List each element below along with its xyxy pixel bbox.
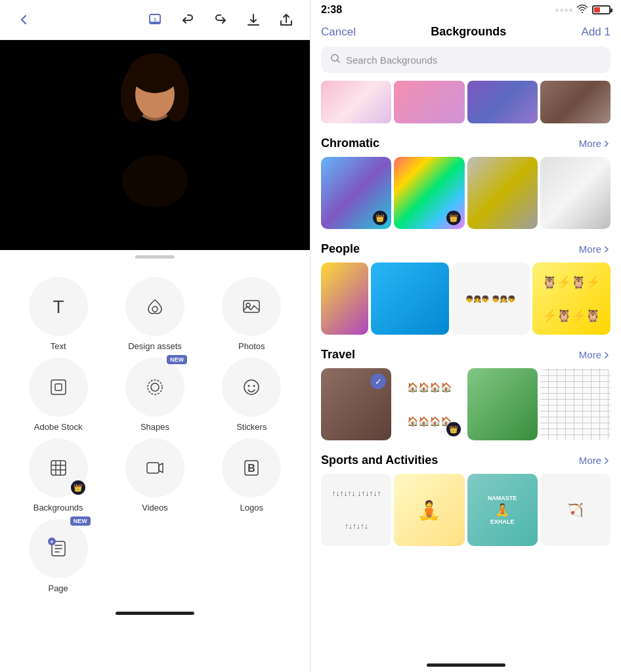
people-thumb-1[interactable] — [321, 262, 368, 335]
chromatic-thumb-2[interactable]: 👑 — [394, 157, 464, 229]
svg-point-11 — [152, 306, 158, 312]
tool-adobe-stock[interactable]: Adobe Stock — [13, 358, 103, 432]
svg-rect-21 — [51, 461, 66, 475]
travel-more-button[interactable]: More — [579, 349, 610, 360]
backgrounds-tool-label: Backgrounds — [33, 503, 83, 513]
sports-thumb-4[interactable]: 🏹 — [540, 474, 610, 546]
search-icon — [330, 53, 341, 66]
canvas-area — [0, 40, 310, 250]
chromatic-thumb-1[interactable]: 👑 — [321, 157, 391, 229]
shapes-new-badge: NEW — [167, 355, 187, 364]
crown-badge-2: 👑 — [446, 211, 461, 225]
download-button[interactable] — [243, 9, 264, 30]
sports-thumb-1[interactable]: ↑↓↑↓↑↓ ↓↑↓↑↓↑ ↑↓↑↓↑↓ — [321, 474, 391, 546]
logos-icon-circle: B — [222, 438, 281, 497]
videos-icon-circle — [125, 438, 184, 497]
svg-point-9 — [122, 155, 188, 207]
page-title: Backgrounds — [431, 25, 506, 39]
scroll-handle — [135, 255, 175, 259]
featured-thumb-3[interactable] — [467, 81, 538, 123]
sports-more-button[interactable]: More — [579, 455, 610, 466]
cancel-button[interactable]: Cancel — [321, 26, 356, 39]
featured-thumb-4[interactable] — [540, 81, 610, 123]
logos-tool-label: Logos — [240, 503, 263, 513]
svg-text:T: T — [53, 297, 64, 317]
layers-button[interactable]: 1 — [144, 9, 165, 30]
sports-thumb-2[interactable]: 🧘 — [394, 474, 464, 546]
left-bottom-indicator — [116, 612, 194, 615]
svg-text:+: + — [50, 539, 53, 545]
chromatic-thumb-3[interactable] — [467, 157, 538, 229]
chromatic-more-button[interactable]: More — [579, 138, 610, 149]
photos-tool-label: Photos — [238, 341, 265, 351]
svg-rect-12 — [244, 301, 259, 312]
status-time: 2:38 — [321, 4, 342, 16]
chromatic-grid: 👑 👑 — [310, 157, 621, 240]
shapes-icon-circle: NEW — [125, 358, 184, 417]
travel-section-header: Travel More — [310, 345, 621, 368]
status-icons — [555, 5, 610, 16]
svg-point-20 — [253, 385, 255, 387]
tool-page[interactable]: NEW + Page — [13, 519, 103, 593]
people-grid: 👦👧👦 👦👧👦 🦉⚡🦉⚡ ⚡🦉⚡🦉 — [310, 262, 621, 345]
scroll-content[interactable]: Chromatic More 👑 👑 People More — [310, 81, 621, 658]
svg-point-19 — [248, 385, 250, 387]
text-icon-circle: T — [29, 277, 88, 336]
svg-rect-26 — [147, 463, 159, 473]
svg-rect-14 — [51, 380, 66, 394]
people-thumb-4[interactable]: 🦉⚡🦉⚡ ⚡🦉⚡🦉 — [532, 262, 610, 335]
tool-videos[interactable]: Videos — [110, 438, 200, 513]
chromatic-section-header: Chromatic More — [310, 134, 621, 157]
people-thumb-3[interactable]: 👦👧👦 👦👧👦 — [452, 262, 530, 335]
stickers-tool-label: Stickers — [236, 422, 267, 432]
svg-text:1: 1 — [154, 16, 157, 22]
featured-thumb-2[interactable] — [394, 81, 464, 123]
people-more-button[interactable]: More — [579, 243, 610, 255]
travel-thumb-4[interactable] — [540, 368, 610, 440]
backgrounds-crown-badge: 👑 — [71, 480, 85, 495]
right-panel: 2:38 Cancel Backgrounds — [310, 0, 621, 672]
svg-point-8 — [131, 56, 179, 93]
battery-icon — [592, 5, 610, 14]
search-bar[interactable]: Search Backgrounds — [321, 47, 610, 73]
tool-stickers[interactable]: Stickers — [207, 358, 297, 432]
wifi-icon — [576, 5, 588, 16]
travel-title: Travel — [321, 348, 355, 362]
videos-tool-label: Videos — [142, 503, 168, 513]
svg-text:B: B — [248, 463, 256, 474]
undo-button[interactable] — [177, 9, 198, 30]
svg-point-17 — [151, 383, 159, 391]
people-thumb-2[interactable] — [371, 262, 449, 335]
tool-grid: T Text Design assets — [0, 264, 310, 606]
tool-design-assets[interactable]: Design assets — [110, 277, 200, 351]
tool-logos[interactable]: B Logos — [207, 438, 297, 513]
toolbar-icons: 1 — [144, 9, 297, 30]
search-placeholder: Search Backgrounds — [346, 54, 437, 66]
sports-section-header: Sports and Activities More — [310, 451, 621, 474]
travel-thumb-1[interactable]: ✓ — [321, 368, 391, 440]
signal-icon — [555, 9, 572, 12]
backgrounds-icon-circle: 👑 — [29, 438, 88, 497]
tool-shapes[interactable]: NEW Shapes — [110, 358, 200, 432]
featured-thumb-1[interactable] — [321, 81, 391, 123]
chromatic-thumb-4[interactable] — [540, 157, 610, 229]
crown-badge-1: 👑 — [373, 211, 387, 225]
adobe-stock-tool-label: Adobe Stock — [34, 422, 83, 432]
sports-grid: ↑↓↑↓↑↓ ↓↑↓↑↓↑ ↑↓↑↓↑↓ 🧘 NAMASTE 🧘 EXHALE … — [310, 474, 621, 556]
back-button[interactable] — [13, 9, 34, 30]
design-assets-tool-label: Design assets — [128, 341, 182, 351]
chromatic-title: Chromatic — [321, 136, 379, 150]
redo-button[interactable] — [210, 9, 231, 30]
tool-photos[interactable]: Photos — [207, 277, 297, 351]
share-button[interactable] — [276, 9, 297, 30]
travel-thumb-2[interactable]: 🏠🏠🏠🏠 🏠🏠🏠🏠 👑 — [394, 368, 464, 440]
sports-thumb-3[interactable]: NAMASTE 🧘 EXHALE — [467, 474, 538, 546]
photos-icon-circle — [222, 277, 281, 336]
tool-backgrounds[interactable]: 👑 Backgrounds — [13, 438, 103, 513]
travel-thumb-3[interactable] — [467, 368, 538, 440]
person-silhouette — [89, 50, 221, 240]
add-button[interactable]: Add 1 — [582, 26, 610, 39]
tool-text[interactable]: T Text — [13, 277, 103, 351]
nav-bar: Cancel Backgrounds Add 1 — [310, 20, 621, 47]
page-new-badge: NEW — [70, 516, 91, 526]
